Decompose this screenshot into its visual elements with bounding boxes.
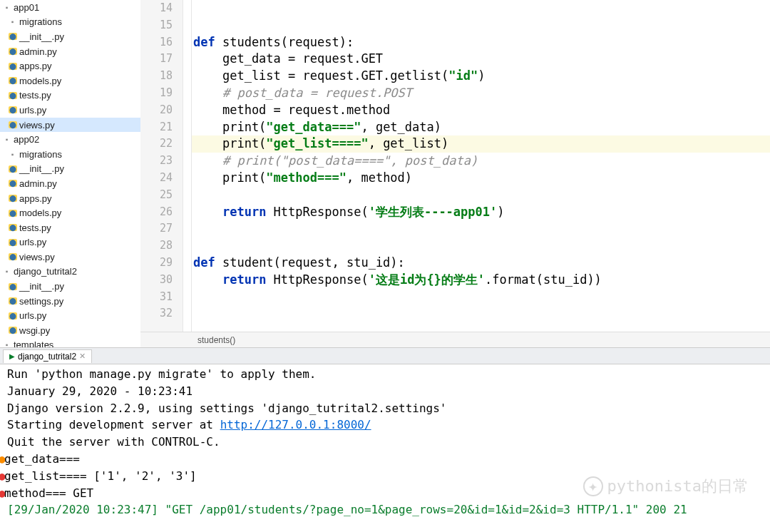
tree-item[interactable]: ⬤__init__.py bbox=[0, 29, 140, 44]
code-line[interactable]: print("method===", method) bbox=[192, 170, 770, 187]
python-file-icon: ⬤ bbox=[7, 120, 18, 131]
code-line[interactable] bbox=[192, 187, 770, 204]
line-number: 28 bbox=[140, 237, 173, 255]
line-number: 19 bbox=[140, 85, 173, 102]
code-line[interactable]: print("get_data===", get_data) bbox=[192, 119, 770, 136]
breakpoint-marker: ● bbox=[0, 485, 4, 502]
tree-item[interactable]: ⬤models.py bbox=[0, 205, 140, 220]
code-line[interactable] bbox=[192, 220, 770, 237]
tree-item-label: urls.py bbox=[19, 105, 46, 116]
tree-item-label: migrations bbox=[19, 16, 62, 27]
tree-item[interactable]: ⬤apps.py bbox=[0, 58, 140, 73]
code-line[interactable]: # post_data = request.POST bbox=[192, 85, 770, 102]
code-line[interactable]: get_data = request.GET bbox=[192, 51, 770, 68]
terminal-line: Starting development server at http://12… bbox=[7, 416, 763, 434]
tree-item-label: apps.py bbox=[19, 61, 52, 71]
code-content[interactable]: def students(request): get_data = reques… bbox=[192, 0, 770, 332]
tree-item-label: apps.py bbox=[19, 193, 52, 204]
tree-item[interactable]: ⬤tests.py bbox=[0, 88, 140, 103]
folder-icon: ▪ bbox=[1, 339, 12, 347]
line-number: 17 bbox=[140, 51, 173, 68]
line-number: 21 bbox=[140, 119, 173, 136]
python-file-icon: ⬤ bbox=[7, 90, 18, 101]
tree-item-label: models.py bbox=[19, 208, 61, 218]
line-number: 20 bbox=[140, 102, 173, 119]
tree-item[interactable]: ⬤settings.py bbox=[0, 294, 140, 309]
line-number: 14 bbox=[140, 0, 173, 17]
run-tab[interactable]: ▶ django_tutrital2 ✕ bbox=[3, 349, 92, 363]
line-number: 26 bbox=[140, 204, 173, 221]
tree-item[interactable]: ⬤views.py bbox=[0, 118, 140, 133]
code-line[interactable] bbox=[192, 237, 770, 255]
line-number: 32 bbox=[140, 305, 173, 322]
tree-item[interactable]: ⬤urls.py bbox=[0, 235, 140, 250]
fold-gutter bbox=[183, 0, 192, 332]
tree-item[interactable]: ▪app02 bbox=[0, 132, 140, 147]
django-icon: ▶ bbox=[9, 352, 15, 360]
tree-item[interactable]: ▪app01 bbox=[0, 0, 140, 15]
tree-item[interactable]: ▪django_tutrital2 bbox=[0, 265, 140, 280]
python-file-icon: ⬤ bbox=[7, 193, 18, 204]
tree-item-label: urls.py bbox=[19, 237, 46, 247]
python-file-icon: ⬤ bbox=[7, 163, 18, 174]
tree-item-label: wsgi.py bbox=[19, 325, 50, 336]
code-line[interactable]: return HttpResponse('学生列表----app01') bbox=[192, 204, 770, 221]
tree-item[interactable]: ⬤views.py bbox=[0, 250, 140, 265]
terminal-line: January 29, 2020 - 10:23:41 bbox=[7, 383, 763, 400]
tree-item[interactable]: ⬤__init__.py bbox=[0, 279, 140, 294]
tree-item[interactable]: ▪templates bbox=[0, 338, 140, 347]
tree-item[interactable]: ⬤wsgi.py bbox=[0, 323, 140, 338]
python-file-icon: ⬤ bbox=[7, 296, 18, 307]
code-line[interactable]: method = request.method bbox=[192, 102, 770, 119]
folder-icon: ▪ bbox=[1, 2, 12, 13]
python-file-icon: ⬤ bbox=[7, 178, 18, 189]
python-file-icon: ⬤ bbox=[7, 76, 18, 86]
line-number: 23 bbox=[140, 153, 173, 170]
close-icon[interactable]: ✕ bbox=[79, 352, 86, 361]
tree-item-label: app01 bbox=[14, 2, 39, 13]
code-line[interactable]: # print("post_data====", post_data) bbox=[192, 153, 770, 170]
tree-item-label: views.py bbox=[19, 120, 55, 131]
python-file-icon: ⬤ bbox=[7, 310, 18, 321]
breadcrumb[interactable]: students() bbox=[140, 332, 770, 347]
tree-item[interactable]: ▪migrations bbox=[0, 15, 140, 30]
python-file-icon: ⬤ bbox=[7, 61, 18, 71]
folder-icon: ▪ bbox=[1, 266, 12, 277]
terminal-line: ●get_data=== bbox=[7, 451, 763, 468]
tree-item[interactable]: ⬤apps.py bbox=[0, 191, 140, 206]
tree-item-label: urls.py bbox=[19, 310, 46, 321]
server-url-link[interactable]: http://127.0.0.1:8000/ bbox=[220, 418, 371, 431]
watermark: ✦ pythonista的日常 bbox=[583, 476, 749, 496]
breakpoint-marker: ● bbox=[0, 451, 4, 468]
tree-item[interactable]: ⬤urls.py bbox=[0, 103, 140, 118]
terminal-line: Django version 2.2.9, using settings 'dj… bbox=[7, 400, 763, 417]
code-line[interactable]: print("get_list====", get_list) bbox=[192, 135, 770, 153]
line-number: 15 bbox=[140, 17, 173, 34]
folder-icon: ▪ bbox=[1, 134, 12, 145]
folder-icon: ▪ bbox=[7, 149, 18, 160]
tree-item[interactable]: ▪migrations bbox=[0, 147, 140, 162]
tree-item[interactable]: ⬤admin.py bbox=[0, 176, 140, 191]
line-number: 25 bbox=[140, 187, 173, 204]
code-line[interactable]: get_list = request.GET.getlist("id") bbox=[192, 68, 770, 85]
code-line[interactable] bbox=[192, 17, 770, 34]
python-file-icon: ⬤ bbox=[7, 222, 18, 233]
code-line[interactable] bbox=[192, 0, 770, 17]
tree-item[interactable]: ⬤admin.py bbox=[0, 44, 140, 59]
python-file-icon: ⬤ bbox=[7, 208, 18, 218]
line-number: 22 bbox=[140, 135, 173, 153]
code-line[interactable] bbox=[192, 305, 770, 322]
tree-item[interactable]: ⬤models.py bbox=[0, 73, 140, 88]
code-line[interactable]: def students(request): bbox=[192, 34, 770, 51]
code-line[interactable]: return HttpResponse('这是id为{}的学生'.format(… bbox=[192, 272, 770, 289]
tree-item[interactable]: ⬤urls.py bbox=[0, 308, 140, 323]
code-line[interactable] bbox=[192, 289, 770, 306]
line-number: 30 bbox=[140, 272, 173, 289]
breakpoint-marker: ● bbox=[0, 468, 4, 485]
tree-item-label: migrations bbox=[19, 149, 62, 160]
tree-item[interactable]: ⬤tests.py bbox=[0, 220, 140, 235]
run-tab-label: django_tutrital2 bbox=[18, 352, 76, 362]
tree-item[interactable]: ⬤__init__.py bbox=[0, 162, 140, 177]
terminal-output[interactable]: Run 'python manage.py migrate' to apply … bbox=[0, 364, 770, 532]
code-line[interactable]: def student(request, stu_id): bbox=[192, 255, 770, 272]
